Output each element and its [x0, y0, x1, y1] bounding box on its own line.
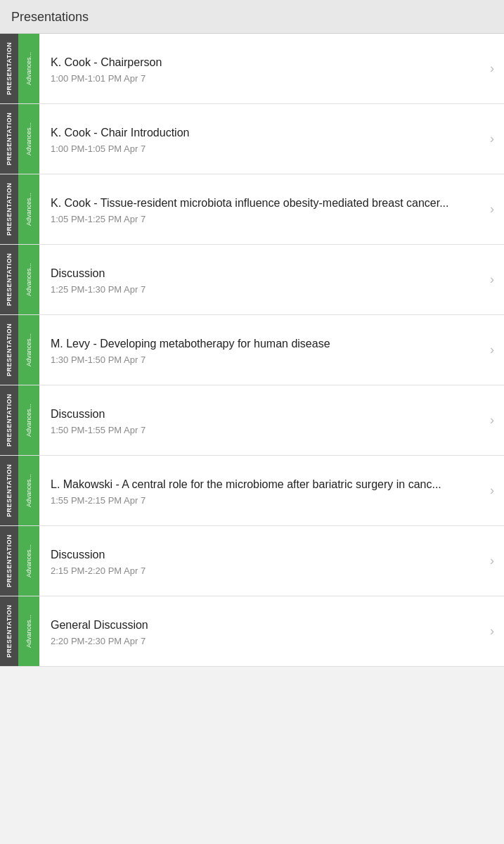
list-item[interactable]: PRESENTATION Advances... Discussion 2:15… [0, 526, 504, 596]
item-title: M. Levy - Developing metabotherapy for h… [51, 336, 476, 352]
chevron-container: › [484, 526, 504, 596]
chevron-right-icon: › [490, 202, 494, 217]
chevron-right-icon: › [490, 624, 494, 639]
label-column: PRESENTATION Advances... [0, 104, 41, 174]
item-title: Discussion [51, 266, 476, 281]
chevron-container: › [484, 34, 504, 103]
chevron-container: › [484, 385, 504, 455]
presentation-label: PRESENTATION [0, 174, 18, 244]
label-column: PRESENTATION Advances... [0, 456, 41, 525]
item-subtitle: 1:25 PM-1:30 PM Apr 7 [51, 284, 476, 295]
chevron-right-icon: › [490, 272, 494, 287]
item-title: K. Cook - Chairperson [51, 55, 476, 70]
presentation-label: PRESENTATION [0, 315, 18, 385]
item-title: L. Makowski - A central role for the mic… [51, 477, 476, 492]
label-column: PRESENTATION Advances... [0, 174, 41, 244]
item-subtitle: 1:30 PM-1:50 PM Apr 7 [51, 354, 476, 365]
advances-label: Advances... [18, 315, 39, 385]
chevron-container: › [484, 174, 504, 244]
chevron-container: › [484, 456, 504, 525]
label-column: PRESENTATION Advances... [0, 245, 41, 314]
item-content: Discussion 1:25 PM-1:30 PM Apr 7 [41, 245, 484, 314]
list-item[interactable]: PRESENTATION Advances... General Discuss… [0, 596, 504, 667]
label-column: PRESENTATION Advances... [0, 526, 41, 596]
chevron-right-icon: › [490, 61, 494, 76]
header: Presentations [0, 0, 504, 34]
chevron-right-icon: › [490, 132, 494, 146]
advances-label: Advances... [18, 174, 39, 244]
item-content: Discussion 2:15 PM-2:20 PM Apr 7 [41, 526, 484, 596]
item-subtitle: 2:20 PM-2:30 PM Apr 7 [51, 636, 476, 646]
list-item[interactable]: PRESENTATION Advances... M. Levy - Devel… [0, 315, 504, 385]
presentation-label: PRESENTATION [0, 526, 18, 596]
list-item[interactable]: PRESENTATION Advances... Discussion 1:50… [0, 385, 504, 456]
item-subtitle: 1:05 PM-1:25 PM Apr 7 [51, 214, 476, 224]
chevron-right-icon: › [490, 554, 494, 568]
list-item[interactable]: PRESENTATION Advances... K. Cook - Chair… [0, 104, 504, 174]
chevron-right-icon: › [490, 343, 494, 357]
presentation-label: PRESENTATION [0, 596, 18, 666]
chevron-container: › [484, 245, 504, 314]
item-title: K. Cook - Tissue-resident microbiota inf… [51, 196, 476, 211]
label-column: PRESENTATION Advances... [0, 385, 41, 455]
item-title: Discussion [51, 407, 476, 422]
presentation-label: PRESENTATION [0, 34, 18, 103]
item-title: General Discussion [51, 618, 476, 633]
item-subtitle: 1:50 PM-1:55 PM Apr 7 [51, 425, 476, 435]
advances-label: Advances... [18, 385, 39, 455]
item-subtitle: 1:55 PM-2:15 PM Apr 7 [51, 495, 476, 506]
item-subtitle: 1:00 PM-1:05 PM Apr 7 [51, 143, 476, 154]
item-content: K. Cook - Chair Introduction 1:00 PM-1:0… [41, 104, 484, 174]
presentation-label: PRESENTATION [0, 385, 18, 455]
chevron-right-icon: › [490, 483, 494, 498]
label-column: PRESENTATION Advances... [0, 315, 41, 385]
advances-label: Advances... [18, 596, 39, 666]
presentations-list: PRESENTATION Advances... K. Cook - Chair… [0, 34, 504, 667]
item-subtitle: 1:00 PM-1:01 PM Apr 7 [51, 73, 476, 84]
presentation-label: PRESENTATION [0, 245, 18, 314]
item-content: General Discussion 2:20 PM-2:30 PM Apr 7 [41, 596, 484, 666]
item-content: Discussion 1:50 PM-1:55 PM Apr 7 [41, 385, 484, 455]
advances-label: Advances... [18, 104, 39, 174]
item-content: K. Cook - Chairperson 1:00 PM-1:01 PM Ap… [41, 34, 484, 103]
label-column: PRESENTATION Advances... [0, 34, 41, 103]
header-title: Presentations [11, 10, 89, 24]
list-item[interactable]: PRESENTATION Advances... K. Cook - Chair… [0, 34, 504, 104]
list-item[interactable]: PRESENTATION Advances... K. Cook - Tissu… [0, 174, 504, 245]
presentation-label: PRESENTATION [0, 104, 18, 174]
chevron-right-icon: › [490, 413, 494, 428]
chevron-container: › [484, 315, 504, 385]
advances-label: Advances... [18, 245, 39, 314]
list-item[interactable]: PRESENTATION Advances... Discussion 1:25… [0, 245, 504, 315]
advances-label: Advances... [18, 456, 39, 525]
list-item[interactable]: PRESENTATION Advances... L. Makowski - A… [0, 456, 504, 526]
advances-label: Advances... [18, 526, 39, 596]
item-title: K. Cook - Chair Introduction [51, 125, 476, 141]
item-content: M. Levy - Developing metabotherapy for h… [41, 315, 484, 385]
item-title: Discussion [51, 547, 476, 563]
item-content: K. Cook - Tissue-resident microbiota inf… [41, 174, 484, 244]
item-subtitle: 2:15 PM-2:20 PM Apr 7 [51, 565, 476, 576]
chevron-container: › [484, 596, 504, 666]
presentation-label: PRESENTATION [0, 456, 18, 525]
chevron-container: › [484, 104, 504, 174]
label-column: PRESENTATION Advances... [0, 596, 41, 666]
advances-label: Advances... [18, 34, 39, 103]
item-content: L. Makowski - A central role for the mic… [41, 456, 484, 525]
